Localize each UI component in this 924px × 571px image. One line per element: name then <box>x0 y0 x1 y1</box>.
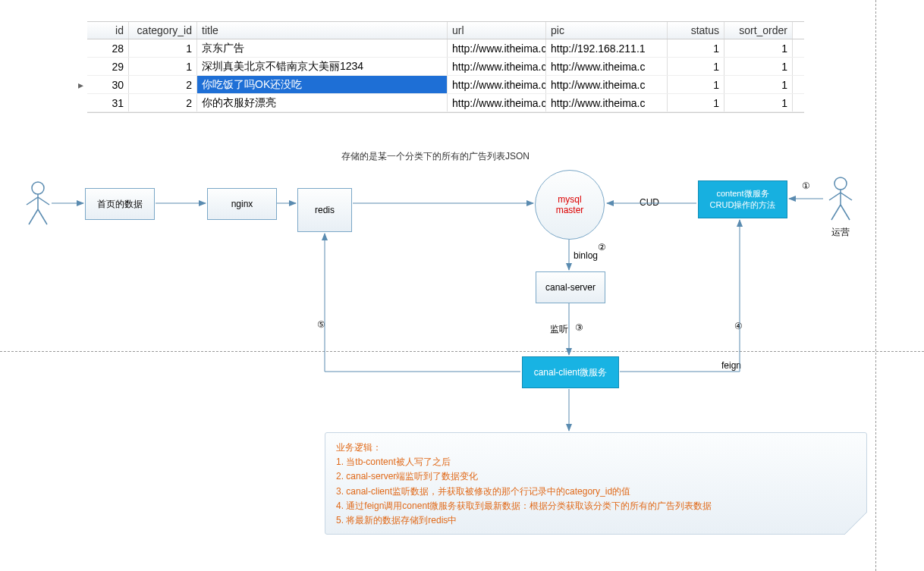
node-canal-server[interactable]: canal-server <box>536 271 605 303</box>
cell-id: 29 <box>87 58 129 75</box>
cell-url: http://www.itheima.c <box>448 94 546 111</box>
table-header-row: id category_id title url pic status sort… <box>87 21 804 39</box>
svg-line-2 <box>27 197 38 205</box>
cell-pic: http://www.itheima.c <box>546 58 668 75</box>
table-row[interactable]: ▸ 30 2 你吃饭了吗OK还没吃 http://www.itheima.c h… <box>87 76 804 94</box>
business-logic-note: 业务逻辑： 1. 当tb-content被人写了之后 2. canal-serv… <box>325 432 867 535</box>
node-label: content微服务 CRUD操作的方法 <box>710 188 776 211</box>
cell-category: 2 <box>129 94 197 111</box>
svg-line-4 <box>29 209 38 224</box>
cell-title: 京东广告 <box>197 39 448 57</box>
node-mysql[interactable]: mysql master <box>535 170 605 240</box>
cell-title: 深圳真美北京不错南京大美丽1234 <box>197 58 448 75</box>
table-row[interactable]: 29 1 深圳真美北京不错南京大美丽1234 http://www.itheim… <box>87 58 804 76</box>
node-home-data[interactable]: 首页的数据 <box>85 188 155 220</box>
table-row[interactable]: 31 2 你的衣服好漂亮 http://www.itheima.c http:/… <box>87 94 804 112</box>
cell-category: 1 <box>129 39 197 57</box>
svg-line-5 <box>38 209 47 224</box>
col-status: status <box>668 22 724 39</box>
node-label: canal-client微服务 <box>534 366 608 379</box>
step-4: ④ <box>733 322 743 332</box>
note-line: 4. 通过feign调用conent微服务获取到最新数据：根据分类获取该分类下的… <box>336 499 856 513</box>
label-cud: CUD <box>640 197 659 208</box>
step-3: ③ <box>574 323 584 334</box>
cell-status: 1 <box>668 58 724 75</box>
col-category_id: category_id <box>129 22 197 39</box>
cell-status: 1 <box>668 94 724 111</box>
label-feign: feign <box>721 360 741 371</box>
cell-pic: http://www.itheima.c <box>546 94 668 111</box>
dashed-vertical <box>875 0 876 571</box>
svg-point-0 <box>32 182 44 194</box>
node-redis[interactable]: redis <box>297 188 352 232</box>
cell-category: 2 <box>129 76 197 93</box>
cell-url: http://www.itheima.c <box>448 58 546 75</box>
cell-title: 你吃饭了吗OK还没吃 <box>197 76 448 93</box>
cell-url: http://www.itheima.c <box>448 76 546 93</box>
svg-point-6 <box>834 177 847 190</box>
label-binlog: binlog <box>574 250 598 261</box>
node-nginx[interactable]: nginx <box>207 188 277 220</box>
cell-pic: http://192.168.211.1 <box>546 39 668 57</box>
cell-sort: 1 <box>724 39 793 57</box>
cell-sort: 1 <box>724 94 793 111</box>
cell-id: 28 <box>87 39 129 57</box>
note-title: 业务逻辑： <box>336 441 856 455</box>
col-sort_order: sort_order <box>724 22 793 39</box>
svg-line-10 <box>831 205 841 220</box>
step-5: ⑤ <box>316 320 326 331</box>
node-label: redis <box>315 205 335 215</box>
note-line: 3. canal-client监听数据，并获取被修改的那个行记录中的catego… <box>336 485 856 499</box>
cell-category: 1 <box>129 58 197 75</box>
table-row[interactable]: 28 1 京东广告 http://www.itheima.c http://19… <box>87 39 804 58</box>
svg-line-11 <box>841 205 850 220</box>
cell-status: 1 <box>668 76 724 93</box>
node-label: 首页的数据 <box>97 198 143 211</box>
node-label: canal-server <box>545 282 596 293</box>
col-url: url <box>448 22 546 39</box>
step-2: ② <box>596 243 607 253</box>
svg-line-8 <box>829 193 841 200</box>
diagram-caption: 存储的是某一个分类下的所有的广告列表JSON <box>341 150 530 163</box>
actor-operator-label: 运营 <box>822 226 860 239</box>
col-title: title <box>197 22 448 39</box>
dashed-horizontal <box>0 351 924 352</box>
note-line: 5. 将最新的数据存储到redis中 <box>336 513 856 528</box>
cell-id: 30 <box>87 76 129 93</box>
cell-sort: 1 <box>724 58 793 75</box>
cell-title: 你的衣服好漂亮 <box>197 94 448 111</box>
actor-user-icon <box>23 180 53 226</box>
node-label: nginx <box>231 199 253 209</box>
cell-sort: 1 <box>724 76 793 93</box>
col-id: id <box>87 22 129 39</box>
data-table: id category_id title url pic status sort… <box>87 21 804 113</box>
label-listen: 监听 <box>550 323 568 336</box>
svg-line-9 <box>841 193 852 200</box>
step-1: ① <box>800 181 811 192</box>
note-line: 2. canal-server端监听到了数据变化 <box>336 469 856 484</box>
node-label: mysql master <box>556 194 584 215</box>
node-canal-client[interactable]: canal-client微服务 <box>522 356 619 388</box>
row-indicator-icon: ▸ <box>78 79 83 91</box>
col-pic: pic <box>546 22 668 39</box>
note-line: 1. 当tb-content被人写了之后 <box>336 455 856 469</box>
svg-line-3 <box>38 197 49 205</box>
node-content-service[interactable]: content微服务 CRUD操作的方法 <box>698 180 787 218</box>
cell-status: 1 <box>668 39 724 57</box>
cell-id: 31 <box>87 94 129 111</box>
cell-pic: http://www.itheima.c <box>546 76 668 93</box>
cell-url: http://www.itheima.c <box>448 39 546 57</box>
actor-operator-icon <box>825 176 856 221</box>
table-body: 28 1 京东广告 http://www.itheima.c http://19… <box>87 39 804 113</box>
